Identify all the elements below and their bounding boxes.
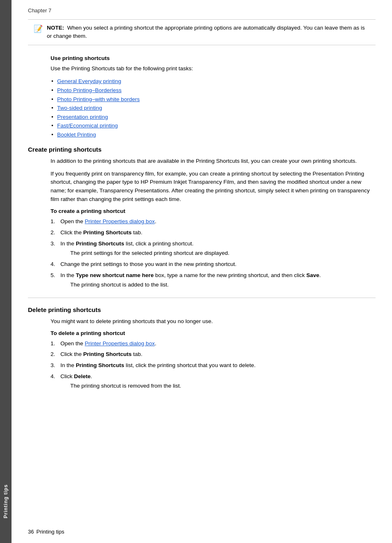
list-item: Two-sided printing [51, 104, 376, 113]
delete-shortcuts-heading: Delete printing shortcuts [28, 306, 376, 313]
sidebar-label: Printing tips [3, 484, 9, 518]
create-step-3-subtext: The print settings for the selected prin… [70, 249, 376, 258]
note-text: NOTE: When you select a printing shortcu… [47, 24, 370, 41]
printer-properties-link-2[interactable]: Printer Properties dialog box [85, 340, 154, 347]
delete-step-4-subtext: The printing shortcut is removed from th… [70, 382, 376, 390]
delete-steps-list: 1. Open the Printer Properties dialog bo… [51, 340, 376, 391]
sidebar-tab: Printing tips [0, 0, 12, 543]
create-step-2: 2. Click the Printing Shortcuts tab. [51, 229, 376, 237]
create-shortcuts-body: In addition to the printing shortcuts th… [51, 157, 376, 289]
create-step-1: 1. Open the Printer Properties dialog bo… [51, 217, 376, 226]
create-para1: In addition to the printing shortcuts th… [51, 157, 376, 166]
printer-properties-link-1[interactable]: Printer Properties dialog box [85, 218, 154, 224]
delete-step-2: 2. Click the Printing Shortcuts tab. [51, 350, 376, 359]
list-item: Booklet Printing [51, 130, 376, 139]
create-step-4: 4. Change the print settings to those yo… [51, 260, 376, 269]
list-item: General Everyday printing [51, 77, 376, 86]
note-label: NOTE: [47, 25, 64, 31]
shortcuts-list: General Everyday printing Photo Printing… [51, 77, 376, 139]
list-item: Photo Printing–with white borders [51, 95, 376, 104]
use-shortcuts-intro: Use the Printing Shortcuts tab for the f… [51, 65, 376, 73]
printing-shortcuts-bold-3: Printing Shortcuts [83, 351, 132, 357]
printing-shortcuts-bold: Printing Shortcuts [83, 229, 132, 236]
list-item: Photo Printing–Borderless [51, 86, 376, 95]
photo-white-borders-link[interactable]: Photo Printing–with white borders [57, 96, 140, 102]
fast-economical-link[interactable]: Fast/Economical printing [57, 122, 118, 129]
delete-para: You might want to delete printing shortc… [51, 317, 376, 326]
page-footer: 36 Printing tips [28, 529, 376, 535]
booklet-link[interactable]: Booklet Printing [57, 132, 96, 138]
note-icon: 📝 [34, 24, 43, 33]
delete-step-3: 3. In the Printing Shortcuts list, click… [51, 361, 376, 370]
printing-shortcuts-bold-4: Printing Shortcuts [76, 362, 125, 368]
presentation-link[interactable]: Presentation printing [57, 114, 108, 120]
create-steps-list: 1. Open the Printer Properties dialog bo… [51, 217, 376, 289]
to-create-heading: To create a printing shortcut [51, 208, 376, 214]
photo-borderless-link[interactable]: Photo Printing–Borderless [57, 87, 122, 93]
use-shortcuts-heading: Use printing shortcuts [51, 55, 376, 61]
list-item: Presentation printing [51, 113, 376, 122]
create-step-5: 5. In the Type new shortcut name here bo… [51, 271, 376, 289]
page-number: 36 [28, 529, 34, 535]
delete-shortcuts-section: Delete printing shortcuts You might want… [28, 306, 376, 391]
delete-bold: Delete [74, 373, 91, 379]
general-everyday-link[interactable]: General Everyday printing [57, 78, 121, 84]
use-shortcuts-section: Use printing shortcuts Use the Printing … [51, 55, 376, 139]
delete-step-1: 1. Open the Printer Properties dialog bo… [51, 340, 376, 348]
create-shortcuts-heading: Create printing shortcuts [28, 146, 376, 153]
create-para2: If you frequently print on transparency … [51, 170, 376, 204]
create-shortcuts-section: Create printing shortcuts In addition to… [28, 146, 376, 289]
footer-text: Printing tips [36, 529, 64, 535]
to-delete-heading: To delete a printing shortcut [51, 330, 376, 336]
create-step-3: 3. In the Printing Shortcuts list, click… [51, 240, 376, 258]
main-content: Chapter 7 📝 NOTE: When you select a prin… [12, 0, 392, 543]
type-new-shortcut-bold: Type new shortcut name here [76, 272, 154, 278]
create-step-5-subtext: The printing shortcut is added to the li… [70, 281, 376, 289]
delete-shortcuts-body: You might want to delete printing shortc… [51, 317, 376, 391]
note-box: 📝 NOTE: When you select a printing short… [28, 19, 376, 45]
two-sided-link[interactable]: Two-sided printing [57, 105, 102, 111]
printing-shortcuts-bold-2: Printing Shortcuts [76, 240, 125, 247]
divider [28, 298, 376, 298]
save-bold: Save [307, 272, 320, 278]
chapter-heading: Chapter 7 [28, 7, 376, 14]
delete-step-4: 4. Click Delete. The printing shortcut i… [51, 372, 376, 390]
list-item: Fast/Economical printing [51, 121, 376, 130]
note-body: When you select a printing shortcut the … [47, 25, 365, 39]
